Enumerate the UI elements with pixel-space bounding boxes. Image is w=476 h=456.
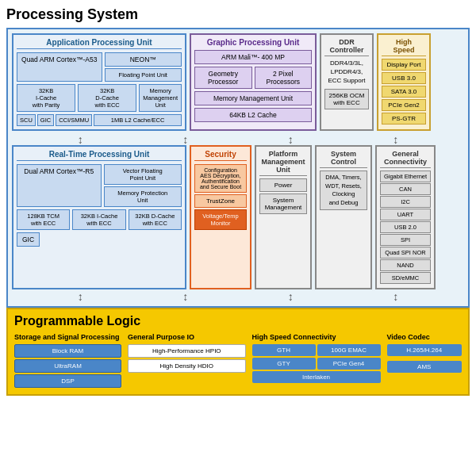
- gpu-mali: ARM Mali™- 400 MP: [194, 50, 312, 64]
- pl-blockram: Block RAM: [14, 344, 121, 358]
- hs-item-pcie: PCIe Gen2: [382, 99, 426, 111]
- arrow-row-2: ↕ ↕ ↕ ↕: [12, 291, 464, 302]
- pl-ultraram: UltraRAM: [14, 359, 121, 373]
- gc-qspi: Quad SPI NOR: [380, 247, 431, 259]
- rpu-title: Real-Time Processing Unit: [17, 150, 182, 161]
- apu-mmu: Memory Management Unit: [139, 84, 182, 112]
- pmu-sys: System Management: [259, 194, 307, 214]
- sc-content: DMA, Timers, WDT, Resets, Clocking and D…: [320, 171, 367, 210]
- pl-interlaken: Interlaken: [252, 371, 381, 383]
- pl-h265: H.265/H.264: [387, 344, 463, 356]
- rpu-gic: GIC: [17, 232, 40, 247]
- hs-title: High Speed: [382, 38, 426, 56]
- gpu-pixel: 2 Pixel Processors: [255, 67, 313, 89]
- gpu-title: Graphic Processing Unit: [194, 38, 312, 47]
- sc-title: System Control: [320, 150, 367, 168]
- pl-gpio-title: General Purpose IO: [128, 333, 246, 341]
- gc-section: General Connectivity Gigabit Ethernet CA…: [375, 145, 436, 289]
- pl-gpio: General Purpose IO High-Performance HPIO…: [128, 333, 246, 389]
- pl-hsc-title: High Speed Connectivity: [252, 333, 381, 341]
- pl-gty: GTY: [252, 358, 316, 370]
- page-title: Processing System: [6, 6, 470, 23]
- pl-gth: GTH: [252, 344, 316, 356]
- apu-l2: 1MB L2 Cache/ECC: [94, 114, 182, 126]
- gc-i2c: I2C: [380, 196, 431, 208]
- gc-sd: SD/eMMC: [380, 272, 431, 284]
- gpu-section: Graphic Processing Unit ARM Mali™- 400 M…: [190, 33, 317, 131]
- rpu-mpu: Memory Protection Unit: [104, 186, 182, 207]
- hs-item-dp: Display Port: [382, 59, 426, 71]
- pl-vc-title: Video Codec: [387, 333, 463, 341]
- gc-uart: UART: [380, 209, 431, 220]
- gc-nand: NAND: [380, 259, 431, 271]
- gpu-geom: Geometry Processor: [194, 67, 252, 89]
- apu-gic: GIC: [37, 114, 54, 126]
- gpu-l2: 64KB L2 Cache: [194, 108, 312, 122]
- apu-title: Application Processing Unit: [17, 38, 182, 49]
- arrow-2: ↕: [182, 133, 188, 146]
- ddr-section: DDR Controller DDR4/3/3L, LPDDR4/3, ECC …: [320, 33, 374, 131]
- gc-can: CAN: [380, 183, 431, 195]
- rpu-vfp: Vector Floating Point Unit: [104, 164, 182, 185]
- apu-cci: CCI/SMMU: [56, 114, 92, 126]
- apu-fpu: Floating Point Unit: [105, 68, 182, 82]
- pl-pcie4: PCIe Gen4: [317, 358, 381, 370]
- gc-title: General Connectivity: [380, 150, 431, 168]
- sc-section: System Control DMA, Timers, WDT, Resets,…: [315, 145, 372, 289]
- hs-item-sata: SATA 3.0: [382, 86, 426, 98]
- ddr-title: DDR Controller: [324, 38, 369, 56]
- gpu-mmu: Memory Management Unit: [194, 91, 312, 105]
- security-vt: Voltage/Temp Monitor: [194, 209, 247, 230]
- rpu-dcache: 32KB D-Cache with ECC: [129, 209, 182, 230]
- rpu-tcm: 128KB TCM with ECC: [17, 209, 70, 230]
- apu-scu: SCU: [17, 114, 36, 126]
- gc-usb2: USB 2.0: [380, 221, 431, 233]
- hs-item-usb3: USB 3.0: [382, 72, 426, 84]
- hs-section: High Speed Display Port USB 3.0 SATA 3.0…: [377, 33, 431, 131]
- ddr-content: DDR4/3/3L, LPDDR4/3, ECC Support: [324, 59, 369, 86]
- pl-storage: Storage and Signal Processing Block RAM …: [14, 333, 121, 389]
- security-tz: TrustZone: [194, 194, 247, 208]
- pl-hsc: High Speed Connectivity GTH 100G EMAC GT…: [252, 333, 381, 389]
- pl-section: Programmable Logic Storage and Signal Pr…: [6, 308, 470, 396]
- apu-icache: 32KB I-Cache with Parity: [17, 84, 75, 112]
- arrow-7: ↕: [288, 290, 294, 303]
- gc-eth: Gigabit Ethernet: [380, 171, 431, 182]
- pl-vc: Video Codec H.265/H.264 AMS: [387, 333, 463, 389]
- arrow-5: ↕: [78, 290, 83, 303]
- pl-100gemac: 100G EMAC: [317, 344, 381, 356]
- arrow-row-1: ↕ ↕ ↕ ↕: [12, 134, 464, 145]
- pmu-section: Platform Management Unit Power System Ma…: [255, 145, 312, 289]
- pl-ams: AMS: [387, 361, 463, 373]
- pmu-title: Platform Management Unit: [259, 150, 307, 176]
- pl-storage-title: Storage and Signal Processing: [14, 333, 121, 341]
- pl-dsp: DSP: [14, 374, 121, 388]
- security-aes: Configuration AES Decryption, Authentifi…: [194, 164, 247, 193]
- security-title: Security: [194, 150, 247, 161]
- arrow-1: ↕: [78, 133, 83, 146]
- ddr-ocm: 256KB OCM with ECC: [324, 89, 369, 109]
- pl-hdio: High Density HDIO: [128, 359, 246, 373]
- gc-spi: SPI: [380, 234, 431, 246]
- apu-section: Application Processing Unit Quad ARM Cor…: [12, 33, 186, 131]
- apu-dcache: 32KB D-Cache with ECC: [78, 84, 136, 112]
- security-section: Security Configuration AES Decryption, A…: [190, 145, 251, 289]
- pl-hpio: High-Performance HPIO: [128, 344, 246, 358]
- arrow-6: ↕: [182, 290, 188, 303]
- apu-arm: Quad ARM Cortex™-A53: [17, 52, 102, 82]
- rpu-section: Real-Time Processing Unit Dual ARM Corte…: [12, 145, 186, 289]
- arrow-8: ↕: [393, 290, 398, 303]
- apu-neon: NEON™: [105, 52, 182, 67]
- hs-item-psgtr: PS-GTR: [382, 113, 426, 125]
- rpu-icache: 32KB I-Cache with ECC: [72, 209, 125, 230]
- rpu-arm: Dual ARM Cortex™-R5: [17, 164, 102, 207]
- main-container: Processing System Application Processing…: [0, 0, 476, 456]
- arrow-4: ↕: [393, 133, 398, 146]
- pmu-power: Power: [259, 178, 307, 192]
- pl-title: Programmable Logic: [14, 314, 462, 328]
- arrow-3: ↕: [288, 133, 294, 146]
